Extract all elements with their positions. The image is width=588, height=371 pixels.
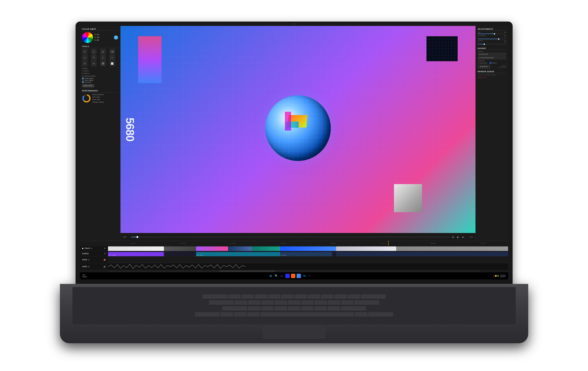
key-tab[interactable] — [202, 294, 227, 299]
key-o[interactable] — [334, 294, 347, 299]
timeline-scrollbar[interactable] — [108, 271, 480, 271]
tool-btn-move[interactable]: ⇔ — [91, 61, 96, 66]
color-rgb-checkbox[interactable] — [82, 81, 84, 83]
key-q[interactable] — [228, 294, 241, 299]
key-shift-r[interactable] — [341, 306, 366, 311]
opacity-track[interactable] — [478, 44, 506, 44]
key-ctrl-l[interactable] — [195, 312, 220, 317]
key-r[interactable] — [268, 294, 280, 299]
key-h[interactable] — [301, 300, 314, 305]
tool-btn-text[interactable]: T — [91, 55, 96, 60]
video-preview[interactable]: 5680 — [120, 26, 475, 233]
key-c[interactable] — [274, 306, 287, 311]
play-button[interactable]: ▶ — [457, 235, 460, 239]
key-shift-l[interactable] — [222, 306, 247, 311]
check-fidelity-checkbox[interactable] — [82, 79, 84, 81]
key-alt-r[interactable] — [355, 312, 368, 317]
optimize-checkbox[interactable] — [490, 62, 491, 64]
source-eye-icon[interactable]: 👁 — [104, 253, 106, 255]
key-alt-l[interactable] — [247, 312, 260, 317]
clip-blue-2[interactable] — [280, 246, 336, 251]
key-k[interactable] — [328, 300, 340, 305]
tool-btn-cut[interactable]: ✂ — [110, 55, 115, 60]
firefox-icon[interactable] — [291, 274, 295, 278]
key-e[interactable] — [255, 294, 267, 299]
keep-format-item[interactable]: Keep Format — [478, 62, 487, 64]
clip-blue-1[interactable] — [228, 246, 252, 251]
key-caps[interactable] — [209, 300, 234, 305]
chrome-icon[interactable] — [297, 274, 301, 278]
audio-2-speaker-icon[interactable]: 🔊 — [104, 265, 106, 268]
linked-objects-checkbox[interactable] — [82, 78, 84, 79]
key-d[interactable] — [261, 300, 274, 305]
edge-icon[interactable] — [285, 274, 290, 278]
check-fidelity-row[interactable]: Check Fidelity — [82, 79, 118, 81]
color-rgb-row[interactable]: Color RGB — [82, 81, 118, 83]
key-fn[interactable] — [221, 312, 233, 317]
clip-white-2[interactable] — [336, 246, 396, 251]
key-x[interactable] — [261, 306, 274, 311]
key-u[interactable] — [308, 294, 320, 299]
key-i[interactable] — [321, 294, 333, 299]
optimize-item[interactable]: Optimize — [490, 62, 497, 64]
track-1-eye-icon[interactable]: 👁 — [104, 247, 106, 250]
prev-button[interactable]: ⏮ — [451, 235, 455, 239]
tool-btn-rect[interactable]: ▭ — [82, 55, 87, 60]
key-enter[interactable] — [354, 300, 379, 305]
progress-bar[interactable] — [131, 237, 449, 237]
tool-btn-minus[interactable]: ✕ — [82, 61, 87, 66]
store-icon[interactable]: 🛍 — [302, 274, 306, 278]
key-space[interactable] — [261, 312, 354, 317]
source-clip-purple[interactable]: REC - BC2009 — [108, 252, 164, 256]
tool-btn-brush[interactable]: 🖌 — [100, 49, 106, 54]
key-z[interactable] — [248, 306, 261, 311]
hue-track[interactable] — [478, 33, 506, 34]
audio-1-speaker-icon[interactable]: 🔇 — [104, 259, 106, 261]
key-f[interactable] — [274, 300, 287, 305]
playhead[interactable] — [388, 241, 388, 246]
next-button[interactable]: ⏭ — [462, 235, 465, 239]
source-clip-blue[interactable] — [336, 252, 508, 256]
key-v[interactable] — [288, 306, 300, 311]
key-n[interactable] — [314, 306, 327, 311]
export-button[interactable]: EXPORTS — [478, 65, 490, 68]
key-backspace[interactable] — [361, 294, 386, 299]
tool-btn-eraser[interactable]: ⌫ — [110, 49, 115, 54]
key-j[interactable] — [314, 300, 327, 305]
taskview-icon[interactable]: ⊡ — [280, 274, 284, 278]
file-save-item[interactable]: File save — [478, 60, 485, 62]
touchpad[interactable] — [263, 326, 325, 339]
clip-gray-1[interactable] — [164, 246, 196, 251]
file-save-checkbox[interactable] — [478, 60, 479, 62]
timeline-scrollthumb[interactable] — [220, 271, 275, 271]
key-l[interactable] — [341, 300, 353, 305]
windows-start-icon[interactable]: ⊞ — [268, 274, 273, 278]
key-a[interactable] — [235, 300, 247, 305]
keep-format-checkbox[interactable] — [478, 62, 479, 64]
key-t[interactable] — [281, 294, 294, 299]
source-content[interactable]: REC - BC2009 REC - AH23 MX - AH17 — [108, 251, 508, 256]
key-p[interactable] — [347, 294, 360, 299]
search-icon[interactable]: 🔍 — [274, 274, 278, 278]
key-s[interactable] — [248, 300, 261, 305]
key-ctrl-r[interactable] — [368, 312, 393, 317]
tool-btn-pencil[interactable]: ✏ — [82, 49, 87, 54]
track-1-content[interactable] — [108, 246, 508, 251]
tool-btn-box[interactable]: ⬜ — [110, 61, 115, 66]
key-b[interactable] — [301, 306, 314, 311]
new-tool-button[interactable]: NEW TOOL — [82, 84, 94, 87]
sat-track[interactable] — [478, 39, 506, 39]
clip-white-1[interactable] — [108, 246, 164, 251]
linked-objects-row[interactable]: Linked Objects — [82, 78, 118, 79]
clip-teal-1[interactable] — [252, 246, 280, 251]
color-wheel[interactable] — [82, 32, 93, 43]
key-w[interactable] — [241, 294, 254, 299]
color-swatch[interactable] — [114, 35, 118, 40]
key-m[interactable] — [328, 306, 340, 311]
path-field[interactable]: C:/Volume/export/Video — [478, 56, 506, 59]
teams-icon[interactable]: T — [308, 274, 312, 278]
clip-gray-2[interactable] — [396, 246, 508, 251]
audio-2-content[interactable] — [108, 263, 508, 270]
clip-gradient-1[interactable] — [196, 246, 228, 251]
source-clip-teal[interactable]: REC - AH23 — [196, 252, 284, 256]
